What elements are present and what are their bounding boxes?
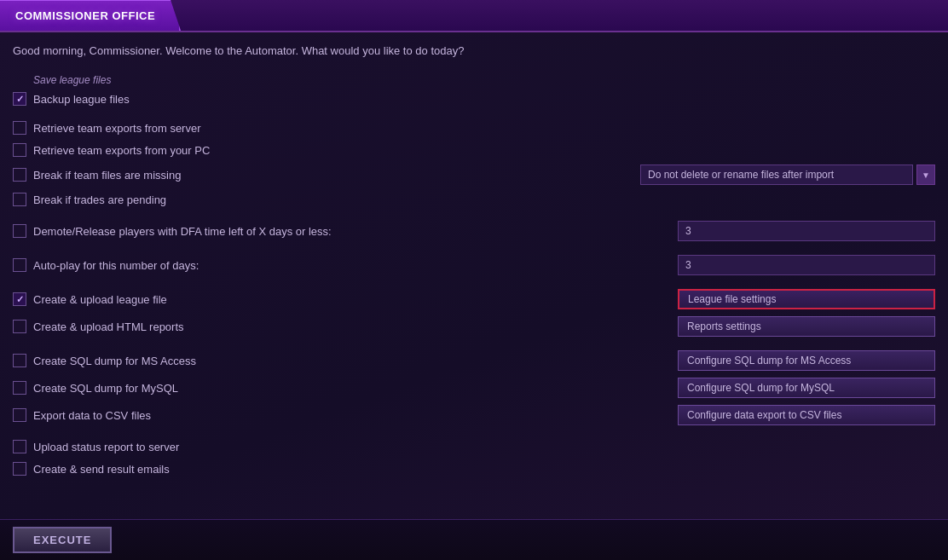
- main-content: Good morning, Commissioner. Welcome to t…: [0, 32, 948, 519]
- option-left: Create & upload HTML reports: [13, 320, 184, 333]
- label-upload-status: Upload status report to server: [33, 441, 179, 453]
- option-row-export-csv: Export data to CSV files Configure data …: [13, 401, 935, 429]
- input-demote-value: 3: [685, 225, 691, 237]
- option-left: Create SQL dump for MySQL: [13, 381, 178, 395]
- option-right-create-html: Reports settings: [678, 316, 935, 337]
- option-left: Auto-play for this number of days:: [13, 258, 199, 272]
- checkbox-retrieve-pc[interactable]: [13, 143, 26, 157]
- option-row-demote: Demote/Release players with DFA time lef…: [13, 217, 935, 245]
- option-right-sql-access: Configure SQL dump for MS Access: [678, 350, 935, 371]
- dropdown-arrow-icon[interactable]: ▼: [916, 165, 935, 185]
- label-export-csv: Export data to CSV files: [33, 409, 151, 422]
- checkbox-demote[interactable]: [13, 224, 26, 238]
- option-row-backup: Backup league files: [13, 88, 935, 110]
- option-left: Retrieve team exports from your PC: [13, 143, 210, 157]
- label-sql-mysql: Create SQL dump for MySQL: [33, 382, 178, 395]
- option-row-autoplay: Auto-play for this number of days: 3: [13, 251, 935, 279]
- app-container: COMMISSIONER OFFICE Good morning, Commis…: [0, 0, 948, 560]
- title-bar: COMMISSIONER OFFICE: [0, 0, 948, 32]
- option-row-retrieve-pc: Retrieve team exports from your PC: [13, 139, 935, 161]
- option-right-sql-mysql: Configure SQL dump for MySQL: [678, 378, 935, 398]
- option-left: Upload status report to server: [13, 440, 179, 453]
- configure-sql-mysql-button[interactable]: Configure SQL dump for MySQL: [678, 378, 935, 398]
- execute-button[interactable]: EXECUTE: [13, 527, 112, 553]
- app-title: COMMISSIONER OFFICE: [15, 9, 155, 22]
- option-row-break-missing: Break if team files are missing Do not d…: [13, 161, 935, 188]
- option-right-demote: 3: [678, 221, 935, 241]
- section-save-label: Save league files: [13, 71, 935, 88]
- label-retrieve-pc: Retrieve team exports from your PC: [33, 144, 210, 157]
- label-create-upload: Create & upload league file: [33, 293, 167, 306]
- configure-csv-button[interactable]: Configure data export to CSV files: [678, 405, 935, 425]
- checkbox-sql-access[interactable]: [13, 354, 26, 367]
- dropdown-import[interactable]: Do not delete or rename files after impo…: [640, 165, 913, 185]
- option-row-break-trades: Break if trades are pending: [13, 188, 935, 211]
- checkbox-sql-mysql[interactable]: [13, 381, 26, 395]
- league-file-settings-button[interactable]: League file settings: [678, 289, 935, 309]
- option-left: Break if team files are missing: [13, 168, 181, 182]
- option-right-break-missing: Do not delete or rename files after impo…: [640, 165, 935, 185]
- label-retrieve-server: Retrieve team exports from server: [33, 122, 201, 135]
- option-right-create-upload: League file settings: [678, 289, 935, 309]
- reports-settings-button[interactable]: Reports settings: [678, 316, 935, 337]
- option-row-upload-status: Upload status report to server: [13, 436, 935, 458]
- checkbox-backup[interactable]: [13, 92, 26, 106]
- checkbox-create-html[interactable]: [13, 320, 26, 333]
- option-row-retrieve-server: Retrieve team exports from server: [13, 117, 935, 139]
- options-section: Save league files Backup league files Re…: [13, 71, 935, 480]
- option-left: Export data to CSV files: [13, 408, 151, 422]
- checkbox-create-upload[interactable]: [13, 292, 26, 306]
- option-left: Create SQL dump for MS Access: [13, 354, 196, 367]
- dropdown-value: Do not delete or rename files after impo…: [648, 169, 834, 181]
- checkbox-break-missing[interactable]: [13, 168, 26, 182]
- option-left: Demote/Release players with DFA time lef…: [13, 224, 332, 238]
- option-right-export-csv: Configure data export to CSV files: [678, 405, 935, 425]
- option-left: Create & send result emails: [13, 462, 170, 476]
- option-row-create-upload: Create & upload league file League file …: [13, 286, 935, 313]
- label-sql-access: Create SQL dump for MS Access: [33, 355, 196, 367]
- input-autoplay-value: 3: [685, 259, 691, 271]
- configure-sql-access-button[interactable]: Configure SQL dump for MS Access: [678, 350, 935, 371]
- label-break-missing: Break if team files are missing: [33, 169, 181, 182]
- option-left: Break if trades are pending: [13, 193, 166, 206]
- option-row-sql-mysql: Create SQL dump for MySQL Configure SQL …: [13, 374, 935, 401]
- checkbox-send-emails[interactable]: [13, 462, 26, 476]
- title-tab: COMMISSIONER OFFICE: [0, 0, 181, 31]
- label-autoplay: Auto-play for this number of days:: [33, 259, 199, 272]
- label-backup: Backup league files: [33, 93, 130, 106]
- option-row-sql-access: Create SQL dump for MS Access Configure …: [13, 347, 935, 374]
- option-row-create-html: Create & upload HTML reports Reports set…: [13, 313, 935, 340]
- checkbox-autoplay[interactable]: [13, 258, 26, 272]
- label-demote: Demote/Release players with DFA time lef…: [33, 225, 332, 238]
- option-row-send-emails: Create & send result emails: [13, 458, 935, 480]
- checkbox-retrieve-server[interactable]: [13, 121, 26, 135]
- checkbox-break-trades[interactable]: [13, 193, 26, 206]
- option-left: Retrieve team exports from server: [13, 121, 201, 135]
- label-send-emails: Create & send result emails: [33, 463, 170, 476]
- checkbox-upload-status[interactable]: [13, 440, 26, 453]
- footer: EXECUTE: [0, 519, 948, 560]
- input-demote-days[interactable]: 3: [678, 221, 935, 241]
- label-break-trades: Break if trades are pending: [33, 193, 166, 206]
- option-left: Create & upload league file: [13, 292, 167, 306]
- checkbox-export-csv[interactable]: [13, 408, 26, 422]
- input-autoplay-days[interactable]: 3: [678, 255, 935, 275]
- welcome-message: Good morning, Commissioner. Welcome to t…: [13, 41, 935, 61]
- label-create-html: Create & upload HTML reports: [33, 320, 184, 333]
- option-right-autoplay: 3: [678, 255, 935, 275]
- option-left: Backup league files: [13, 92, 130, 106]
